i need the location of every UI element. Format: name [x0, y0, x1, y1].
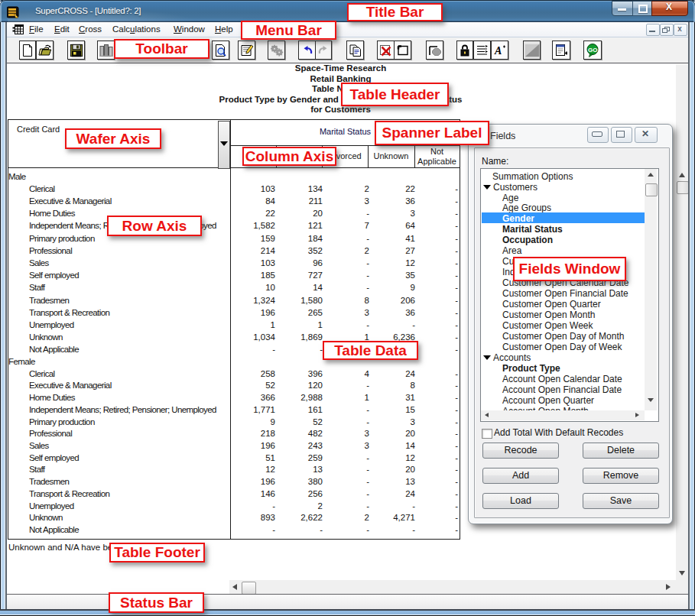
- svg-text:GO: GO: [588, 47, 597, 53]
- svg-text:A: A: [494, 45, 502, 57]
